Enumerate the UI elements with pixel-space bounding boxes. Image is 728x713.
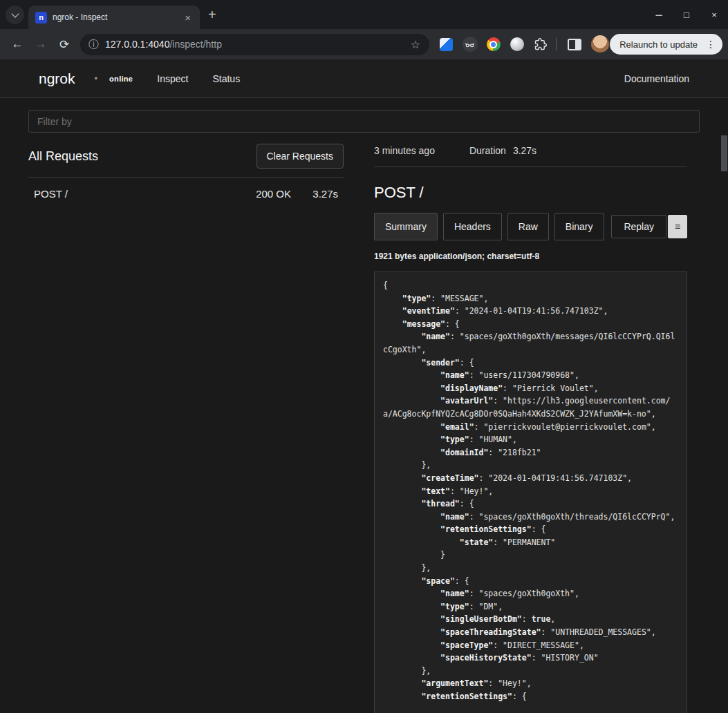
side-panel-icon	[568, 39, 581, 50]
sphere-icon	[510, 37, 524, 51]
maximize-button[interactable]: □	[673, 10, 700, 20]
side-panel-button[interactable]	[563, 34, 585, 55]
close-window-button[interactable]: ×	[700, 10, 728, 20]
clear-requests-button[interactable]: Clear Requests	[256, 144, 344, 169]
replay-group: Replay ≡	[611, 215, 687, 238]
scrollbar-thumb[interactable]	[721, 135, 727, 171]
url-text: 127.0.0.1:4040/inspect/http	[105, 39, 222, 50]
nav-item-documentation[interactable]: Documentation	[624, 73, 689, 84]
tab-close-icon[interactable]: ×	[183, 12, 193, 23]
chrome-menu-icon[interactable]	[483, 34, 504, 55]
detail-title: POST /	[374, 184, 687, 202]
request-detail-panel: 3 minutes ago Duration 3.27s POST / Summ…	[374, 140, 687, 713]
browser-toolbar: ← → ⟳ ⓘ 127.0.0.1:4040/inspect/http ☆ Re…	[0, 29, 728, 59]
puzzle-icon	[534, 38, 547, 50]
requests-panel: All Requests Clear Requests POST / 200 O…	[28, 140, 344, 713]
page-scrollbar[interactable]	[721, 59, 727, 713]
extensions-puzzle-icon[interactable]	[530, 34, 551, 55]
chevron-down-icon	[11, 10, 19, 17]
tab-favicon: n	[35, 12, 47, 23]
filter-input[interactable]	[28, 110, 700, 133]
url-path: /inspect/http	[169, 39, 222, 50]
kebab-menu-icon[interactable]: ⋮	[704, 39, 718, 50]
requests-title: All Requests	[28, 149, 98, 164]
replay-button[interactable]: Replay	[611, 215, 666, 238]
site-info-icon[interactable]: ⓘ	[88, 38, 99, 51]
requests-panel-header: All Requests Clear Requests	[28, 140, 344, 178]
tab-raw[interactable]: Raw	[507, 213, 549, 240]
bookmark-star-icon[interactable]: ☆	[406, 38, 425, 51]
request-method-path: POST /	[34, 188, 68, 200]
tab-strip: n ngrok - Inspect × + ─ □ ×	[0, 0, 728, 29]
extension-icon-blue[interactable]	[436, 34, 457, 55]
request-row[interactable]: POST / 200 OK 3.27s	[28, 178, 344, 210]
status-badge: online	[109, 75, 133, 83]
request-status: 200 OK	[256, 188, 291, 200]
refresh-button[interactable]: ⟳	[53, 32, 76, 56]
nav-item-status[interactable]: Status	[212, 73, 240, 84]
new-tab-button[interactable]: +	[208, 7, 216, 23]
url-host: 127.0.0.1:4040	[105, 39, 169, 50]
toolbar-separator	[556, 38, 557, 50]
profile-avatar[interactable]	[591, 35, 609, 53]
browser-tab[interactable]: n ngrok - Inspect ×	[28, 6, 200, 29]
nav-item-inspect[interactable]: Inspect	[157, 73, 188, 84]
tab-search-button[interactable]	[6, 6, 24, 24]
extension-icon-sphere[interactable]	[506, 34, 528, 55]
ngrok-header: ngrok • online Inspect Status Documentat…	[0, 59, 728, 98]
window-controls: ─ □ ×	[645, 0, 728, 29]
ngrok-inspect-page: ngrok • online Inspect Status Documentat…	[0, 59, 728, 713]
extension-blue-glyph	[440, 38, 453, 51]
forward-button[interactable]: →	[29, 32, 53, 56]
relaunch-button[interactable]: Relaunch to update ⋮	[610, 34, 722, 55]
tab-binary[interactable]: Binary	[554, 213, 604, 240]
duration-label: Duration	[469, 145, 506, 156]
time-ago: 3 minutes ago	[374, 145, 435, 156]
status-dot-icon: •	[95, 73, 98, 84]
duration-value: 3.27s	[513, 145, 536, 156]
chrome-logo-icon	[487, 37, 501, 51]
replay-menu-button[interactable]: ≡	[668, 215, 687, 238]
page-content: All Requests Clear Requests POST / 200 O…	[0, 98, 728, 713]
request-body-json: { "type": "MESSAGE", "eventTime": "2024-…	[374, 272, 687, 713]
tab-title: ngrok - Inspect	[53, 12, 177, 22]
tab-summary[interactable]: Summary	[374, 213, 438, 240]
extension-icon-glasses[interactable]	[459, 34, 480, 55]
content-meta: 1921 bytes application/json; charset=utf…	[374, 251, 687, 261]
minimize-button[interactable]: ─	[645, 10, 673, 20]
glasses-icon	[463, 37, 478, 52]
ngrok-logo[interactable]: ngrok	[39, 70, 75, 87]
detail-meta-row: 3 minutes ago Duration 3.27s	[374, 140, 687, 167]
relaunch-label: Relaunch to update	[619, 39, 698, 50]
tab-headers[interactable]: Headers	[443, 213, 502, 240]
back-button[interactable]: ←	[6, 32, 29, 56]
address-bar[interactable]: ⓘ 127.0.0.1:4040/inspect/http ☆	[80, 34, 429, 55]
detail-tabs: Summary Headers Raw Binary Replay ≡	[374, 213, 687, 240]
request-duration: 3.27s	[306, 188, 338, 200]
